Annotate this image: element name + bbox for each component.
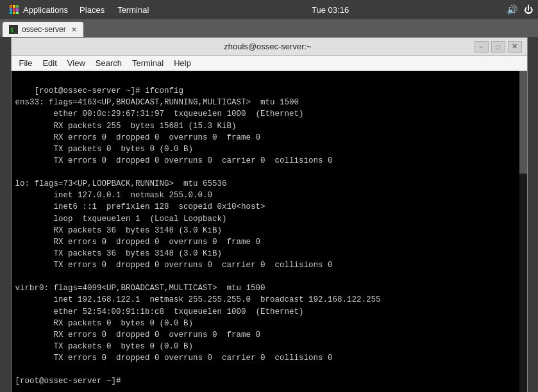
svg-rect-3: [10, 8, 12, 11]
svg-rect-1: [13, 5, 15, 8]
svg-rect-8: [16, 12, 19, 14]
terminal-output: [root@ossec-server ~]# ifconfig ens33: f…: [15, 86, 381, 386]
window-tab-close[interactable]: ✕: [71, 26, 77, 34]
menu-help[interactable]: Help: [169, 57, 196, 69]
places-menu[interactable]: Places: [74, 4, 110, 16]
title-bar: zhouls@ossec-server:~ − □ ✕: [12, 38, 527, 56]
terminal-window: zhouls@ossec-server:~ − □ ✕ File Edit Vi…: [11, 37, 528, 392]
taskbar-clock: Tue 03:16: [312, 5, 349, 15]
menu-search[interactable]: Search: [90, 57, 127, 69]
volume-icon[interactable]: 🔊: [507, 4, 517, 15]
title-bar-text: zhouls@ossec-server:~: [62, 42, 475, 51]
svg-rect-4: [13, 8, 15, 11]
window-tabbar: $_ ossec-server ✕: [0, 19, 538, 37]
close-button[interactable]: ✕: [508, 41, 522, 53]
menu-file[interactable]: File: [14, 57, 38, 69]
window-tab[interactable]: $_ ossec-server ✕: [3, 22, 83, 37]
apps-icon: [9, 4, 19, 15]
terminal-tab-icon: $_: [9, 25, 18, 34]
scrollbar-thumb[interactable]: [519, 71, 527, 174]
menu-view[interactable]: View: [62, 57, 90, 69]
svg-rect-2: [16, 5, 19, 8]
svg-text:$_: $_: [10, 27, 17, 33]
maximize-button[interactable]: □: [491, 41, 505, 53]
applications-menu[interactable]: Applications: [5, 3, 72, 16]
svg-rect-0: [10, 5, 12, 8]
terminal-menu[interactable]: Terminal: [112, 4, 154, 16]
menu-bar: File Edit View Search Terminal Help: [12, 56, 527, 71]
taskbar-left: Applications Places Terminal: [5, 3, 154, 16]
applications-label: Applications: [23, 5, 68, 15]
svg-rect-7: [13, 12, 15, 14]
scrollbar[interactable]: [519, 71, 527, 392]
minimize-button[interactable]: −: [475, 41, 489, 53]
taskbar: Applications Places Terminal Tue 03:16 🔊…: [0, 0, 538, 19]
window-tab-label: ossec-server: [22, 25, 66, 34]
taskbar-right: 🔊 ⏻: [507, 4, 533, 15]
svg-rect-5: [16, 8, 19, 11]
svg-rect-6: [10, 12, 12, 14]
terminal-body[interactable]: [root@ossec-server ~]# ifconfig ens33: f…: [12, 71, 527, 392]
menu-edit[interactable]: Edit: [37, 57, 62, 69]
title-bar-controls: − □ ✕: [475, 41, 522, 53]
menu-terminal[interactable]: Terminal: [127, 57, 169, 69]
power-icon[interactable]: ⏻: [524, 4, 533, 15]
